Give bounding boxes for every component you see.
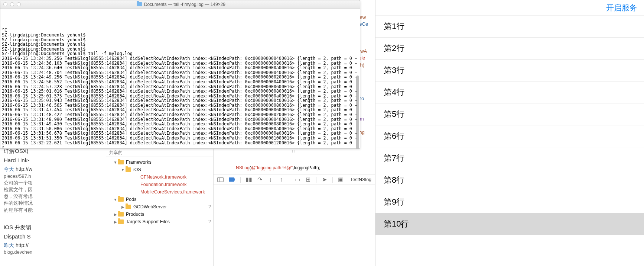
table-row-3[interactable]: 第3行 bbox=[375, 60, 644, 81]
url-fragment: http://w bbox=[16, 166, 32, 172]
resizer-handle[interactable]: || bbox=[214, 149, 375, 153]
table-row-4[interactable]: 第4行 bbox=[375, 81, 644, 103]
file-tree: FrameworksiOSCFNetwork.frameworkFoundati… bbox=[106, 157, 213, 225]
article-peek: 详解OSX( Hard Link- 今天 http://w pieces/597… bbox=[0, 147, 33, 256]
memory-graph-icon[interactable]: ⊞ bbox=[305, 177, 311, 182]
step-into-icon[interactable]: ↓ bbox=[268, 177, 273, 182]
step-out-icon[interactable]: ↑ bbox=[278, 177, 284, 182]
table-row-9[interactable]: 第9行 bbox=[375, 191, 644, 213]
date-label: 昨天 bbox=[4, 242, 16, 248]
folder-icon bbox=[118, 197, 124, 202]
tree-item-label: Targets Support Files bbox=[126, 219, 208, 224]
tree-item-frameworks[interactable]: Frameworks bbox=[106, 158, 213, 166]
tree-item-label: Frameworks bbox=[126, 160, 213, 165]
folder-icon bbox=[137, 2, 142, 6]
editor-peek: || NSLog(@"logging path:%@",loggingPath)… bbox=[214, 149, 375, 266]
minimize-icon[interactable] bbox=[10, 2, 14, 6]
separator bbox=[316, 177, 316, 183]
terminal-title: Documents — tail -f mylog.log — 149×29 bbox=[21, 2, 341, 7]
tree-item-gcdwebserver[interactable]: GCDWebServer? bbox=[106, 203, 213, 211]
tree-item-foundation-framework[interactable]: Foundation.framework bbox=[106, 181, 213, 188]
folder-icon bbox=[118, 212, 124, 217]
terminal-body[interactable]: ^C SZ-lingdaiping:Documents yohunl$ SZ-l… bbox=[0, 9, 360, 148]
tree-item-pods[interactable]: Pods bbox=[106, 196, 213, 203]
navigator-section-header: 共享的 bbox=[106, 149, 213, 157]
article-title[interactable]: Dispatch S bbox=[4, 233, 33, 240]
table-row-1[interactable]: 第1行 bbox=[375, 16, 644, 38]
tree-item-label: GCDWebServer bbox=[133, 204, 208, 209]
tree-item-label: iOS bbox=[133, 167, 213, 172]
close-icon[interactable] bbox=[3, 2, 7, 6]
table-row-6[interactable]: 第6行 bbox=[375, 125, 644, 147]
location-icon[interactable]: ➤ bbox=[322, 177, 327, 182]
article-body: 件的这种情况 bbox=[4, 200, 33, 206]
date-label: 今天 bbox=[4, 166, 16, 172]
folder-icon bbox=[118, 219, 124, 224]
scm-status-badge: ? bbox=[208, 204, 211, 209]
left-region: eView ableCe :RowA dSele Path) (iPho en(… bbox=[0, 0, 375, 266]
terminal-output: ^C SZ-lingdaiping:Documents yohunl$ SZ-l… bbox=[2, 9, 358, 148]
scrollbar-thumb[interactable] bbox=[356, 76, 359, 148]
zoom-icon[interactable] bbox=[17, 2, 21, 6]
disclosure-triangle-icon[interactable] bbox=[114, 213, 117, 216]
tree-item-label: MobileCoreServices.framework bbox=[140, 189, 213, 195]
table-row-5[interactable]: 第5行 bbox=[375, 103, 644, 125]
disclosure-triangle-icon[interactable] bbox=[114, 220, 117, 224]
breakpoint-icon[interactable] bbox=[229, 177, 235, 182]
root: eView ableCe :RowA dSele Path) (iPho en(… bbox=[0, 0, 644, 266]
terminal-window[interactable]: Documents — tail -f mylog.log — 149×29 ^… bbox=[0, 0, 360, 149]
tree-item-cfnetwork-framework[interactable]: CFNetwork.framework bbox=[106, 173, 213, 181]
code-line: NSLog(@"logging path:%@",loggingPath); bbox=[214, 163, 375, 174]
panel-toggle-icon[interactable] bbox=[217, 177, 224, 182]
tree-item-mobilecoreservices-framework[interactable]: MobileCoreServices.framework bbox=[106, 188, 213, 196]
tree-item-label: Products bbox=[126, 212, 213, 217]
tree-item-products[interactable]: Products bbox=[106, 211, 213, 218]
separator bbox=[289, 177, 289, 183]
project-navigator[interactable]: 共享的 FrameworksiOSCFNetwork.frameworkFoun… bbox=[106, 149, 214, 266]
table-row-2[interactable]: 第2行 bbox=[375, 38, 644, 60]
table-row-10[interactable]: 第10行 bbox=[375, 213, 644, 235]
folder-icon bbox=[126, 167, 131, 172]
tree-item-label: Pods bbox=[126, 197, 213, 202]
table-row-7[interactable]: 第7行 bbox=[375, 147, 644, 169]
traffic-lights bbox=[3, 2, 21, 6]
article-title[interactable]: iOS 并发编 bbox=[4, 223, 33, 231]
view-debug-icon[interactable]: ▭ bbox=[295, 177, 300, 182]
url-fragment: http:// bbox=[16, 242, 29, 248]
process-icon: ▣ bbox=[338, 177, 344, 182]
separator bbox=[240, 177, 241, 183]
article-body: 公司的一个项 bbox=[4, 180, 33, 186]
terminal-title-text: Documents — tail -f mylog.log — 149×29 bbox=[144, 2, 225, 7]
step-over-icon[interactable]: ↷ bbox=[257, 177, 263, 182]
nav-bar: 开启服务 bbox=[375, 0, 644, 16]
article-body: 检索文件，因 bbox=[4, 186, 33, 193]
tree-item-label: Foundation.framework bbox=[140, 182, 213, 187]
debug-target-label[interactable]: TestNSlog bbox=[350, 177, 371, 182]
article-body: pieces/597.h bbox=[4, 173, 33, 180]
disclosure-triangle-icon[interactable] bbox=[121, 168, 124, 172]
separator bbox=[332, 177, 333, 183]
simulator-pane: 开启服务 第1行第2行第3行第4行第5行第6行第7行第8行第9行第10行 bbox=[375, 0, 644, 266]
article-body: 忽，没有考虑 bbox=[4, 193, 33, 200]
disclosure-triangle-icon[interactable] bbox=[114, 161, 117, 164]
table-view[interactable]: 第1行第2行第3行第4行第5行第6行第7行第8行第9行第10行 bbox=[375, 16, 644, 266]
folder-icon bbox=[126, 205, 131, 209]
folder-icon bbox=[118, 160, 124, 164]
article-title[interactable]: Hard Link- bbox=[4, 156, 33, 164]
pause-icon[interactable]: ▮▮ bbox=[246, 177, 252, 182]
debug-toolbar: ▮▮ ↷ ↓ ↑ ▭ ⊞ ➤ ▣ TestNSlog bbox=[214, 174, 375, 185]
tree-item-targets-support-files[interactable]: Targets Support Files? bbox=[106, 218, 213, 225]
tree-item-label: CFNetwork.framework bbox=[140, 174, 213, 180]
start-service-button[interactable]: 开启服务 bbox=[606, 3, 637, 13]
article-body: blog.devchen bbox=[4, 249, 33, 256]
disclosure-triangle-icon[interactable] bbox=[114, 198, 117, 201]
terminal-titlebar[interactable]: Documents — tail -f mylog.log — 149×29 bbox=[0, 0, 360, 9]
table-row-8[interactable]: 第8行 bbox=[375, 169, 644, 191]
disclosure-triangle-icon[interactable] bbox=[121, 205, 124, 209]
article-body: 的程序有可能 bbox=[4, 207, 33, 214]
tree-item-ios[interactable]: iOS bbox=[106, 166, 213, 173]
scm-status-badge: ? bbox=[208, 219, 211, 224]
